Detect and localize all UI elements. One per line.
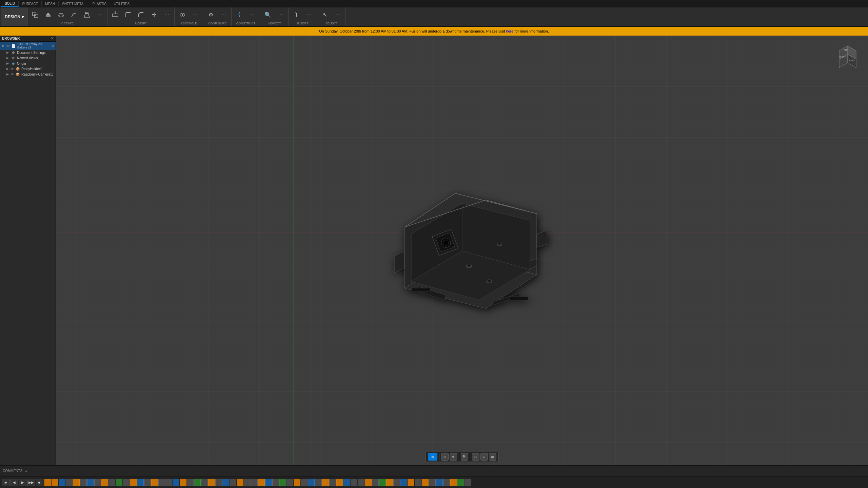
tl-item-10[interactable] — [108, 479, 115, 486]
tl-item-60[interactable] — [465, 479, 471, 486]
tab-utilities[interactable]: UTILITIES — [110, 1, 133, 6]
tl-item-12[interactable] — [123, 479, 130, 486]
design-button[interactable]: DESIGN ▾ — [1, 7, 27, 26]
tl-item-47[interactable] — [372, 479, 379, 486]
select-more-btn[interactable]: ⋯ — [332, 9, 344, 21]
tl-item-55[interactable] — [429, 479, 436, 486]
tl-item-26[interactable] — [222, 479, 229, 486]
tl-item-4[interactable] — [66, 479, 73, 486]
vp-fit-btn[interactable]: ⊞ — [428, 453, 437, 461]
tl-item-14[interactable] — [137, 479, 144, 486]
viewport[interactable]: TOP FRONT RIGHT ⊞ ◎ ↺ 🔍 □ ⊡ ▦ — [56, 36, 868, 465]
vp-grid-btn[interactable]: ▦ — [489, 453, 496, 461]
create-loft-btn[interactable] — [81, 9, 93, 21]
timeline-first-btn[interactable]: ⏮ — [2, 479, 9, 486]
view-cube[interactable]: TOP FRONT RIGHT — [834, 42, 861, 69]
browser-item-named-views[interactable]: ▶ 👁 Named Views — [0, 55, 56, 61]
vp-visual-btn[interactable]: ⊡ — [480, 453, 488, 461]
tl-item-11[interactable] — [116, 479, 122, 486]
tl-item-59[interactable] — [457, 479, 464, 486]
tl-item-7[interactable] — [87, 479, 94, 486]
insert-btn[interactable]: ⤵ — [290, 9, 302, 21]
tl-item-5[interactable] — [73, 479, 80, 486]
tl-item-20[interactable] — [180, 479, 186, 486]
tab-mesh[interactable]: MESH — [42, 1, 59, 6]
tl-item-34[interactable] — [279, 479, 286, 486]
tl-item-41[interactable] — [329, 479, 336, 486]
tl-item-6[interactable] — [80, 479, 87, 486]
tl-item-19[interactable] — [173, 479, 179, 486]
browser-item-origin[interactable]: ▶ ⊕ Origin — [0, 61, 56, 66]
create-extrude-btn[interactable] — [42, 9, 54, 21]
create-revolve-btn[interactable] — [55, 9, 67, 21]
tl-item-29[interactable] — [244, 479, 251, 486]
vp-orbit-btn[interactable]: ◎ — [441, 453, 449, 461]
create-more-btn[interactable]: ⋯ — [94, 9, 106, 21]
tl-item-38[interactable] — [308, 479, 315, 486]
tl-item-39[interactable] — [315, 479, 322, 486]
browser-item-relay[interactable]: ▶ 👁 📦 RelayHolder:1 — [0, 66, 56, 72]
root-close-icon[interactable]: ✕ — [52, 44, 54, 48]
tl-item-23[interactable] — [201, 479, 208, 486]
select-btn[interactable]: ↖ — [319, 9, 331, 21]
tl-item-50[interactable] — [393, 479, 400, 486]
modify-press-pull-btn[interactable] — [109, 9, 121, 21]
tl-item-27[interactable] — [230, 479, 236, 486]
tab-sheet-metal[interactable]: SHEET METAL — [59, 1, 89, 6]
browser-item-root[interactable]: ▶ 👁 📄 1-F1-R1-Relay-AA-Battery v3 ✕ — [0, 42, 56, 50]
tl-item-2[interactable] — [52, 479, 58, 486]
tl-item-51[interactable] — [400, 479, 407, 486]
vp-look-btn[interactable]: ↺ — [450, 453, 457, 461]
browser-close-icon[interactable]: ✕ — [51, 37, 54, 40]
modify-fillet-btn[interactable] — [122, 9, 134, 21]
tl-item-49[interactable] — [386, 479, 393, 486]
tl-item-28[interactable] — [237, 479, 243, 486]
create-new-btn[interactable] — [29, 9, 41, 21]
modify-chamfer-btn[interactable] — [135, 9, 147, 21]
tab-surface[interactable]: SURFACE — [19, 1, 42, 6]
tl-item-45[interactable] — [358, 479, 364, 486]
tl-item-9[interactable] — [101, 479, 108, 486]
timeline-forward-btn[interactable]: ▶▶ — [27, 479, 35, 486]
tl-item-13[interactable] — [130, 479, 137, 486]
inspect-more-btn[interactable]: ⋯ — [275, 9, 287, 21]
configure-more-btn[interactable]: ⋯ — [218, 9, 230, 21]
assemble-more-btn[interactable]: ⋯ — [189, 9, 201, 21]
tl-item-32[interactable] — [265, 479, 272, 486]
tl-item-54[interactable] — [422, 479, 429, 486]
tl-item-37[interactable] — [301, 479, 308, 486]
tl-item-16[interactable] — [151, 479, 158, 486]
tl-item-24[interactable] — [208, 479, 215, 486]
browser-item-camera[interactable]: ▶ 👁 📦 Raspberry-Camera:1 — [0, 72, 56, 77]
construct-more-btn[interactable]: ⋯ — [246, 9, 258, 21]
notification-link[interactable]: here — [506, 29, 513, 33]
tl-item-21[interactable] — [187, 479, 194, 486]
tl-item-57[interactable] — [443, 479, 450, 486]
timeline-last-btn[interactable]: ⏭ — [36, 479, 43, 486]
vp-display-btn[interactable]: □ — [472, 453, 479, 461]
tab-plastic[interactable]: PLASTIC — [89, 1, 111, 6]
tl-item-17[interactable] — [158, 479, 165, 486]
tl-item-15[interactable] — [144, 479, 151, 486]
tl-item-25[interactable] — [215, 479, 222, 486]
tl-item-53[interactable] — [415, 479, 421, 486]
tl-item-44[interactable] — [351, 479, 357, 486]
tab-solid[interactable]: SOLID — [1, 1, 19, 7]
vp-zoom-btn[interactable]: 🔍 — [461, 453, 468, 461]
timeline-play-btn[interactable]: ▶ — [19, 479, 26, 486]
tl-item-48[interactable] — [379, 479, 386, 486]
inspect-btn[interactable]: 🔍 — [262, 9, 274, 21]
tl-item-30[interactable] — [251, 479, 258, 486]
tl-item-52[interactable] — [408, 479, 414, 486]
tl-item-43[interactable] — [343, 479, 350, 486]
configure-btn[interactable]: ⚙ — [205, 9, 217, 21]
assemble-joint-btn[interactable] — [176, 9, 189, 21]
tl-item-22[interactable] — [194, 479, 201, 486]
comments-expand-icon[interactable]: ▲ — [24, 469, 28, 473]
tl-item-35[interactable] — [287, 479, 293, 486]
tl-item-1[interactable] — [44, 479, 51, 486]
tl-item-46[interactable] — [365, 479, 372, 486]
timeline-back-btn[interactable]: ◀ — [11, 479, 18, 486]
insert-more-btn[interactable]: ⋯ — [303, 9, 315, 21]
modify-more-btn[interactable]: ⋯ — [161, 9, 173, 21]
